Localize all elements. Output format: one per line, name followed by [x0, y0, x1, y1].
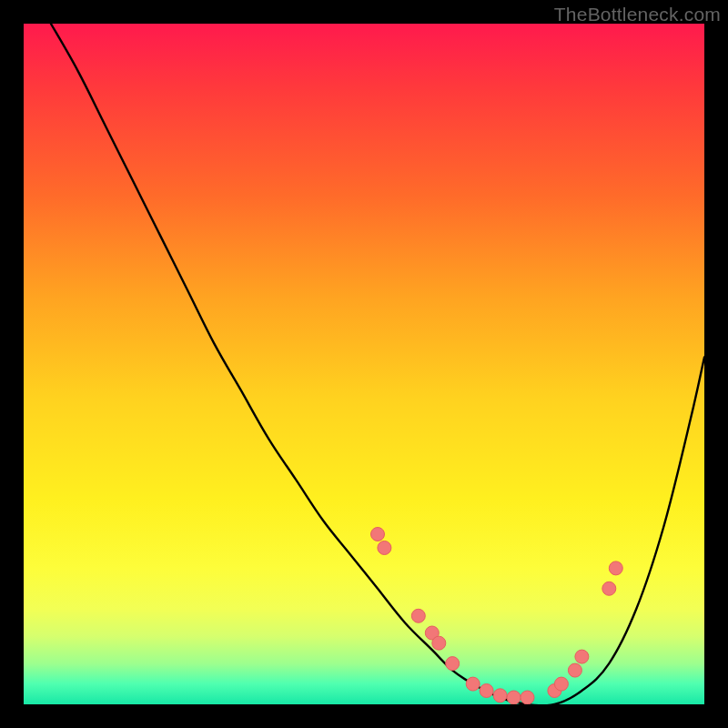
highlight-dot [446, 657, 460, 671]
highlight-dot [425, 626, 439, 640]
plot-area [24, 24, 704, 704]
highlight-dot [507, 691, 521, 704]
highlight-dot [609, 561, 622, 575]
highlight-dot [466, 677, 480, 691]
bottleneck-curve [51, 24, 704, 704]
highlight-dot [602, 581, 616, 595]
highlight-dot [554, 677, 568, 691]
highlight-dot [378, 541, 391, 555]
highlight-dot [371, 528, 385, 541]
highlight-dot [480, 684, 493, 698]
highlight-dot [493, 689, 507, 703]
watermark-text: TheBottleneck.com [554, 4, 721, 25]
highlight-dot [575, 650, 589, 663]
highlight-dot [432, 636, 446, 650]
highlight-dot [411, 609, 425, 622]
highlight-dot [568, 663, 581, 677]
highlight-dots [371, 528, 623, 705]
chart-frame: TheBottleneck.com [0, 0, 728, 728]
curve-layer [24, 24, 704, 704]
highlight-dot [548, 684, 561, 698]
highlight-dot [521, 691, 534, 704]
